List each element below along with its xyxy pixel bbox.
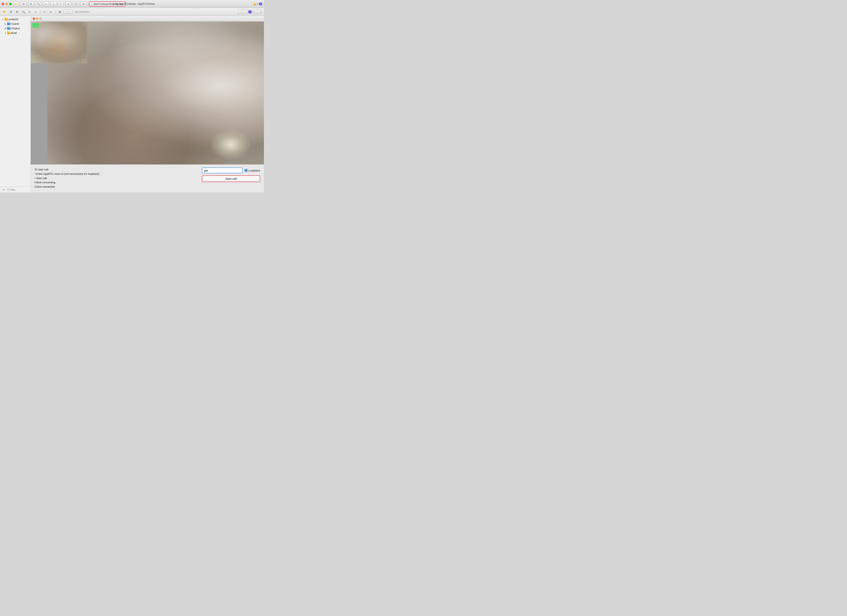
video-area: [31, 22, 264, 164]
folder-tool-icon[interactable]: 📂: [2, 9, 7, 14]
source-tool-icon[interactable]: ⊏: [49, 9, 53, 14]
sidebar-item-products-label: products: [9, 18, 18, 21]
nav-back-button[interactable]: ‹: [63, 10, 68, 14]
sidebar-item-product-label: Product: [11, 27, 20, 30]
breakpoint-tool-icon[interactable]: ◇: [33, 9, 38, 14]
nav-forward-button[interactable]: ›: [68, 10, 73, 14]
sidebar-item-build-label: Build: [11, 32, 17, 34]
loopback-row: ✓ Loopback: [245, 169, 260, 172]
search-tool-icon[interactable]: 🔍: [21, 9, 26, 14]
separator-2: [55, 10, 56, 14]
toggle-icon-product: ▶: [4, 27, 7, 30]
warning-button[interactable]: ⚠: [43, 1, 49, 6]
hierarchy-button[interactable]: ⊞: [28, 1, 34, 6]
separator-1: [40, 10, 40, 14]
instructions-text: To start call: • Enter AppRTC room id (n…: [34, 167, 198, 189]
room-id-input[interactable]: [202, 167, 242, 173]
maximize-button[interactable]: [9, 3, 12, 5]
issue-tool-icon[interactable]: ⊟: [8, 9, 13, 14]
minimize-button[interactable]: [5, 3, 8, 5]
instruction-line1: To start call:: [34, 167, 198, 172]
app-fullscreen-button: [40, 18, 42, 20]
folder-product-icon: [7, 27, 10, 30]
titlebar-right: 3 1: [253, 2, 262, 6]
scheme-project[interactable]: △ AppRTCMobile: [89, 2, 111, 6]
add-item-button[interactable]: +: [1, 188, 5, 192]
breakpoint-button[interactable]: ◇: [50, 1, 56, 6]
traffic-lights: [1, 3, 12, 5]
sidebar-item-source[interactable]: ▶ Source: [0, 22, 31, 26]
grid-tool-icon[interactable]: ⊞: [58, 9, 62, 14]
error-circle-icon: 1: [259, 2, 262, 6]
pip-video-feed: [31, 22, 87, 63]
sidebar-item-products[interactable]: ▼ products: [0, 17, 31, 22]
toolbar: 📂 ⊟ ⊞ 🔍 ⚠ ◇ ≡ ⊏ ⊞ ‹ › No Selection ‹ › i…: [0, 8, 264, 16]
warning-count: 3: [257, 3, 258, 5]
folder-button[interactable]: 📁: [13, 1, 19, 6]
purple-circle-icon[interactable]: i: [248, 10, 252, 14]
env-button[interactable]: ≡: [58, 1, 64, 6]
app-window: To start call: • Enter AppRTC room id (n…: [31, 16, 264, 192]
filter-label: Filter: [10, 189, 15, 191]
toggle-icon-build: ▼: [4, 32, 7, 34]
sidebar-footer: + ⊙ Filter: [0, 187, 31, 192]
panel-left-btn[interactable]: |←: [253, 10, 257, 14]
scheme-icon: △: [91, 3, 93, 5]
no-selection-label: No Selection: [74, 10, 91, 13]
instruction-line3: • Start call: [34, 176, 198, 180]
start-call-label: Start call: [226, 177, 237, 180]
instruction-line5: Client connected.: [34, 185, 198, 189]
video-highlight: [210, 129, 251, 160]
grid-button[interactable]: ⊟: [80, 1, 86, 6]
toggle-icon-products: ▼: [1, 18, 4, 21]
instruction-line2: • Enter AppRTC room id (not neccessary f…: [34, 172, 198, 176]
hierarchy-tool-icon[interactable]: ⊞: [15, 9, 19, 14]
green-indicator: [32, 23, 39, 28]
filter-icon: ⊙: [7, 188, 10, 191]
source-button[interactable]: ⊏: [65, 1, 71, 6]
issue-nav-button[interactable]: ⊟: [21, 1, 27, 6]
app-titlebar: [31, 16, 264, 22]
sidebar-content: ▼ products ▶ Source ▶ Product: [0, 16, 31, 187]
right-nav-back[interactable]: ‹: [238, 10, 243, 14]
error-badge[interactable]: 1: [259, 2, 262, 6]
list-tool-icon[interactable]: ≡: [42, 9, 47, 14]
content-area: To start call: • Enter AppRTC room id (n…: [31, 16, 264, 192]
title-bar: 📁 ⊟ ⊞ 🔍 ⚠ ◇ ≡ ⊏ 💬 ⊟ △ AppRTCMobile 🖥 My …: [0, 0, 264, 8]
run-title: Running AppRTCMobile : AppRTCMobile: [109, 3, 155, 5]
loopback-checkbox[interactable]: ✓: [245, 169, 248, 172]
app-minimize-button: [36, 18, 38, 20]
instructions: To start call: • Enter AppRTC room id (n…: [34, 167, 198, 189]
warning-tool-icon[interactable]: ⚠: [27, 9, 32, 14]
app-close-button[interactable]: [33, 18, 35, 20]
right-nav-forward[interactable]: ›: [243, 10, 247, 14]
checkmark-icon: ✓: [245, 169, 247, 171]
folder-products-icon: [4, 18, 8, 21]
start-call-button[interactable]: Start call: [202, 176, 260, 182]
panel-right-btn[interactable]: →|: [257, 10, 262, 14]
nav-buttons[interactable]: ‹ ›: [63, 10, 73, 14]
comment-button[interactable]: 💬: [73, 1, 79, 6]
search-button[interactable]: 🔍: [35, 1, 41, 6]
scheme-project-label: AppRTCMobile: [93, 3, 109, 5]
warning-triangle-icon: [253, 3, 256, 5]
controls-area: ✓ Loopback Start call: [202, 167, 260, 182]
bottom-panel: To start call: • Enter AppRTC room id (n…: [31, 164, 264, 192]
loopback-label: Loopback: [248, 169, 260, 172]
folder-source-icon: [7, 23, 10, 25]
toggle-icon-source: ▶: [4, 23, 7, 25]
main-layout: ▼ products ▶ Source ▶ Product: [0, 16, 264, 192]
app-traffic-lights: [33, 18, 42, 20]
sidebar-item-product[interactable]: ▶ Product: [0, 26, 31, 31]
close-button[interactable]: [1, 3, 4, 5]
warning-badge[interactable]: 3: [253, 3, 258, 5]
pip-video-overlay: [31, 22, 87, 63]
folder-build-icon: [7, 32, 10, 34]
sidebar-item-source-label: Source: [11, 22, 19, 25]
sidebar-item-build[interactable]: ▼ Build: [0, 31, 31, 35]
room-input-row: ✓ Loopback: [202, 167, 260, 173]
sidebar: ▼ products ▶ Source ▶ Product: [0, 16, 31, 192]
instruction-line4: Client connecting.: [34, 180, 198, 185]
toolbar-right: ‹ › i |← →|: [238, 10, 262, 14]
filter-button[interactable]: ⊙ Filter: [7, 188, 15, 191]
